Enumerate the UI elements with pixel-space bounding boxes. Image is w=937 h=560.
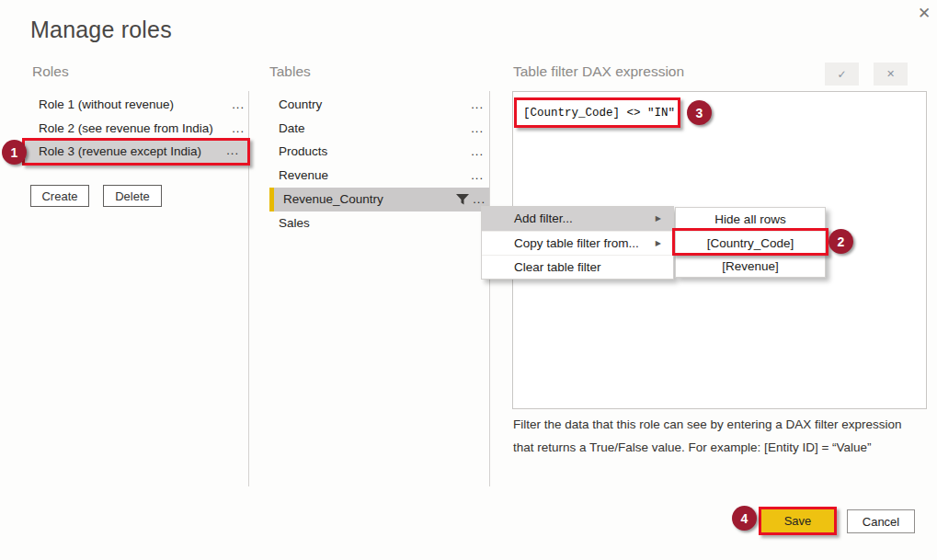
page-title: Manage roles	[30, 17, 172, 43]
menu-item-copy-table-filter[interactable]: Copy table filter from... ▶	[482, 231, 673, 255]
create-role-button[interactable]: Create	[30, 185, 89, 207]
role-options-ellipsis[interactable]: ...	[232, 93, 245, 117]
role-label: Role 1 (without revenue)	[39, 93, 174, 117]
revert-expression-button[interactable]: ✕	[874, 63, 908, 86]
submenu-item-hide-all-rows[interactable]: Hide all rows	[676, 208, 825, 231]
annotation-box-save: Save	[759, 507, 837, 535]
dax-expression-header: Table filter DAX expression	[513, 63, 684, 80]
validate-expression-button[interactable]: ✓	[825, 63, 859, 86]
table-label: Products	[279, 140, 327, 164]
close-icon[interactable]: ✕	[914, 4, 934, 24]
annotation-badge-2: 2	[828, 229, 853, 254]
submenu-item-country-code[interactable]: [Country_Code]	[676, 231, 825, 254]
table-list-item[interactable]: Revenue ...	[269, 164, 489, 188]
role-list-item[interactable]: Role 1 (without revenue) ...	[22, 93, 250, 117]
submenu-arrow-icon: ▶	[656, 232, 661, 256]
table-options-ellipsis[interactable]: ...	[471, 117, 484, 141]
add-filter-submenu: Hide all rows [Country_Code] [Revenue]	[675, 207, 826, 278]
table-list-item[interactable]: Country ...	[269, 93, 489, 117]
submenu-item-revenue[interactable]: [Revenue]	[676, 254, 825, 277]
table-list-item-selected[interactable]: Revenue_Country ...	[269, 188, 489, 211]
delete-role-button[interactable]: Delete	[103, 185, 162, 207]
table-label: Sales	[279, 211, 310, 235]
menu-item-label: Clear table filter	[514, 260, 601, 274]
annotation-badge-1: 1	[2, 140, 27, 165]
save-button[interactable]: Save	[761, 509, 834, 532]
dax-help-text-line2: that returns a True/False value. For exa…	[513, 436, 922, 460]
filter-icon	[456, 193, 469, 206]
role-options-ellipsis[interactable]: ...	[226, 140, 239, 162]
annotation-badge-3: 3	[687, 100, 712, 125]
role-label: Role 3 (revenue except India)	[39, 141, 201, 163]
tables-header: Tables	[269, 63, 311, 80]
table-options-ellipsis[interactable]: ...	[471, 164, 484, 188]
table-list-item[interactable]: Products ...	[269, 140, 489, 164]
menu-item-label: Copy table filter from...	[514, 236, 639, 250]
table-label: Revenue	[279, 164, 328, 188]
dax-expression-text: [Country_Code] <> "IN"	[523, 107, 675, 120]
submenu-arrow-icon: ▶	[656, 207, 661, 231]
table-list-item[interactable]: Date ...	[269, 117, 489, 141]
menu-item-add-filter[interactable]: Add filter... ▶	[482, 207, 673, 231]
selected-table-accent-bar	[269, 188, 274, 211]
tables-dax-divider	[489, 91, 490, 486]
menu-item-label: Add filter...	[514, 211, 573, 225]
table-label: Country	[279, 93, 322, 117]
table-options-ellipsis[interactable]: ...	[471, 140, 484, 164]
table-label: Revenue_Country	[279, 188, 383, 211]
cancel-button[interactable]: Cancel	[847, 509, 915, 533]
roles-header: Roles	[32, 63, 69, 80]
table-options-ellipsis[interactable]: ...	[471, 93, 484, 117]
table-label: Date	[279, 117, 305, 141]
table-list-item[interactable]: Sales	[269, 211, 489, 235]
role-list-item-selected[interactable]: Role 3 (revenue except India) ...	[22, 138, 250, 166]
menu-item-clear-table-filter[interactable]: Clear table filter	[482, 255, 673, 279]
annotation-badge-4: 4	[732, 506, 757, 531]
annotation-box-expression: [Country_Code] <> "IN"	[514, 97, 680, 128]
table-context-menu: Add filter... ▶ Copy table filter from..…	[481, 206, 674, 280]
dax-help-text-line1: Filter the data that this role can see b…	[513, 413, 922, 437]
